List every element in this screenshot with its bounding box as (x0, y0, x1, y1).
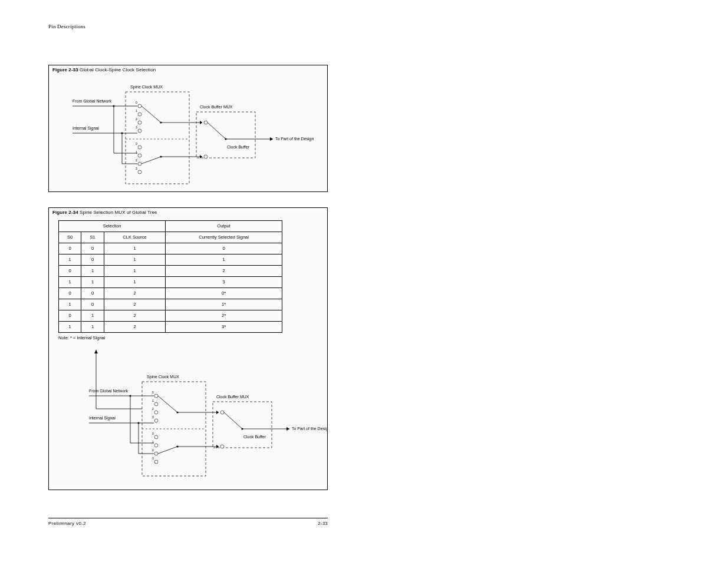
figure-number: Figure 2-33 (52, 67, 78, 72)
svg-point-15 (138, 154, 141, 157)
table-head-s1: S1 (81, 232, 104, 243)
table-row: 0122* (59, 310, 282, 321)
figure-2-33: Figure 2-33 Global Clock-Spine Clock Sel… (48, 65, 328, 192)
table-note: Note: * = Internal Signal (58, 335, 327, 340)
svg-text:3: 3 (152, 457, 154, 460)
svg-text:1: 1 (136, 150, 137, 154)
svg-line-87 (224, 412, 242, 429)
table-row: 0010 (59, 243, 282, 254)
svg-text:1: 1 (152, 399, 154, 402)
svg-text:3: 3 (136, 167, 137, 170)
svg-text:Clock Buffer MUX: Clock Buffer MUX (216, 395, 249, 399)
svg-text:From Global Network: From Global Network (73, 99, 112, 103)
svg-text:Internal Signal: Internal Signal (73, 126, 99, 131)
page-header: Pin Descriptions (48, 24, 85, 29)
svg-point-61 (154, 402, 158, 406)
svg-text:0: 0 (152, 432, 154, 435)
figure-title: Global Clock-Spine Clock Selection (80, 67, 156, 72)
table-head-output: Output (166, 220, 282, 232)
svg-text:Spine Clock MUX: Spine Clock MUX (130, 85, 163, 90)
table-head-clk: CLK Source (104, 232, 165, 243)
svg-line-27 (141, 106, 161, 123)
svg-text:2: 2 (152, 448, 154, 452)
svg-point-17 (138, 170, 141, 174)
svg-rect-51 (213, 402, 272, 448)
svg-marker-90 (286, 427, 289, 431)
svg-text:To Part of the Design: To Part of the Design (275, 137, 314, 141)
svg-point-10 (138, 104, 141, 108)
svg-point-5 (113, 105, 114, 107)
svg-point-7 (121, 132, 123, 134)
table-row: 1123* (59, 321, 282, 332)
page-number: 2-33 (318, 521, 328, 526)
svg-line-31 (141, 157, 161, 164)
svg-point-35 (204, 121, 207, 124)
svg-marker-80 (216, 411, 219, 414)
figure-caption: Figure 2-33 Global Clock-Spine Clock Sel… (49, 65, 327, 75)
svg-point-65 (154, 444, 158, 447)
svg-point-62 (154, 411, 158, 414)
svg-point-64 (154, 435, 158, 439)
page-footer: Preliminary v0.2 2-33 (48, 518, 328, 526)
svg-point-60 (154, 394, 158, 398)
table-head-sig: Currently Selected Signal (166, 232, 282, 243)
svg-text:Internal Signal: Internal Signal (89, 416, 116, 421)
svg-point-66 (154, 452, 158, 455)
diagram-svg: 0 1 2 3 0 1 2 3 (49, 75, 327, 191)
svg-text:Clock Buffer MUX: Clock Buffer MUX (200, 105, 233, 109)
svg-text:0: 0 (136, 142, 137, 146)
truth-table: Selection Output S0 S1 CLK Source Curren… (58, 220, 282, 333)
figure-title: Spine Selection MUX of Global Tree (80, 210, 157, 215)
svg-text:1: 1 (152, 440, 154, 444)
svg-rect-1 (196, 112, 255, 158)
svg-point-57 (137, 422, 139, 424)
svg-marker-40 (270, 137, 273, 141)
table-row: 0020* (59, 287, 282, 299)
table-row: 1113 (59, 276, 282, 287)
svg-text:0: 0 (136, 101, 137, 104)
svg-line-77 (158, 396, 177, 412)
svg-text:From Global Network: From Global Network (89, 389, 129, 393)
svg-point-36 (204, 155, 207, 158)
footer-left: Preliminary v0.2 (48, 521, 86, 526)
svg-text:2: 2 (136, 158, 137, 162)
figure-2-34: Figure 2-34 Spine Selection MUX of Globa… (48, 207, 328, 490)
svg-point-14 (138, 146, 141, 149)
svg-point-12 (138, 121, 141, 124)
svg-marker-30 (200, 121, 202, 124)
svg-text:To Part of the Design: To Part of the Design (292, 427, 327, 431)
svg-text:Clock Buffer: Clock Buffer (227, 145, 250, 149)
svg-point-85 (220, 411, 224, 414)
svg-point-13 (138, 129, 141, 133)
svg-text:1: 1 (136, 109, 137, 113)
table-row: 1011 (59, 254, 282, 265)
figure-caption: Figure 2-34 Spine Selection MUX of Globa… (49, 208, 327, 218)
svg-text:0: 0 (152, 391, 154, 394)
svg-line-81 (158, 447, 177, 454)
svg-point-16 (138, 162, 141, 166)
figure-number: Figure 2-34 (52, 210, 78, 215)
diagram-svg: 0 1 2 3 0 1 2 3 (49, 345, 327, 487)
svg-line-37 (207, 123, 226, 139)
svg-text:3: 3 (152, 415, 154, 419)
svg-point-67 (154, 460, 158, 464)
svg-point-86 (220, 445, 224, 448)
table-row: 1021* (59, 299, 282, 310)
svg-point-63 (154, 419, 158, 422)
table-row: 0112 (59, 265, 282, 276)
table-head-s0: S0 (59, 232, 81, 243)
svg-point-55 (129, 395, 131, 396)
svg-text:Clock Buffer: Clock Buffer (243, 435, 266, 439)
svg-point-11 (138, 113, 141, 116)
svg-text:2: 2 (136, 117, 137, 121)
svg-text:2: 2 (152, 407, 154, 411)
svg-text:3: 3 (136, 125, 137, 129)
table-head-selection: Selection (59, 220, 166, 232)
svg-marker-49 (94, 350, 98, 353)
svg-text:Spine Clock MUX: Spine Clock MUX (147, 375, 179, 379)
